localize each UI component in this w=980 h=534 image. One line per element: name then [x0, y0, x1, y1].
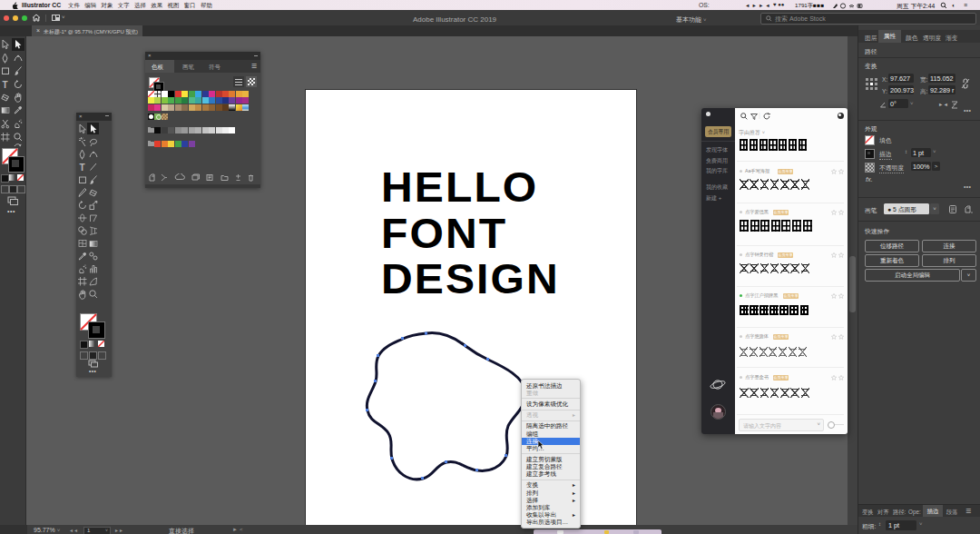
- svg-text:T: T: [80, 163, 85, 173]
- svg-text:T: T: [3, 80, 8, 90]
